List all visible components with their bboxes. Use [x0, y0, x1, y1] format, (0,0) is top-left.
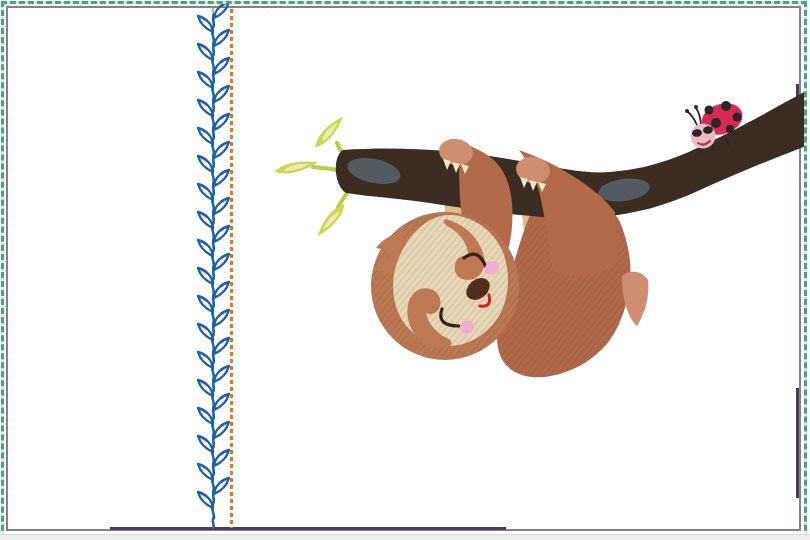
- canvas-edge-strip: [0, 534, 810, 540]
- outer-basting-border[interactable]: [1, 1, 807, 540]
- embroidery-canvas[interactable]: [0, 0, 810, 540]
